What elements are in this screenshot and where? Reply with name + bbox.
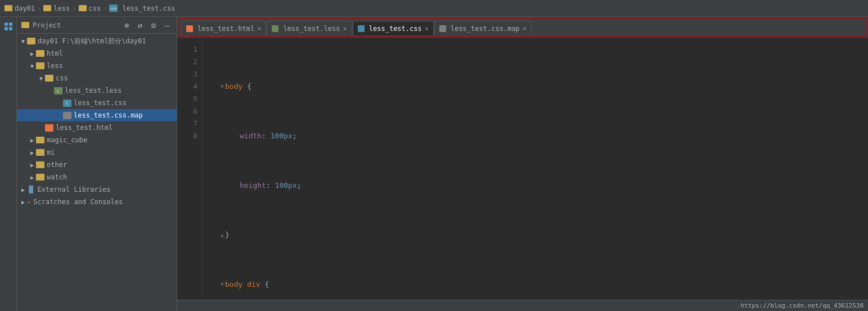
project-icon bbox=[21, 22, 29, 28]
code-punct-4: } bbox=[225, 229, 230, 241]
label-watch: watch bbox=[47, 173, 67, 181]
tab-icon-html bbox=[186, 25, 193, 32]
no-breakpoint-5 bbox=[212, 281, 218, 288]
label-scratches: Scratches and Consoles bbox=[33, 198, 123, 206]
breadcrumb-day01: day01 bbox=[15, 4, 35, 12]
tab-close-css[interactable]: × bbox=[425, 25, 429, 33]
main-layout: Project ⊕ ⇄ ⚙ — day01 F:\前端\html部分\day01… bbox=[0, 17, 868, 311]
breadcrumb: day01 › less › css › css less_test.css bbox=[5, 4, 175, 12]
editor-area: less_test.html × less_test.less × less_t… bbox=[177, 17, 868, 311]
tab-close-less[interactable]: × bbox=[343, 25, 347, 33]
svg-rect-1 bbox=[9, 22, 12, 26]
file-icon-css-small: css bbox=[109, 4, 118, 12]
code-punct-1: { bbox=[242, 80, 251, 93]
tree-item-less-test-css-map[interactable]: less_test.css.map bbox=[17, 109, 177, 121]
no-arrow bbox=[46, 87, 54, 94]
folder-less bbox=[36, 62, 44, 69]
tree-item-less-test-html[interactable]: less_test.html bbox=[17, 121, 177, 134]
tab-icon-less bbox=[272, 25, 278, 32]
no-arrow4 bbox=[37, 124, 45, 132]
tree-item-ext-libraries[interactable]: ▐▌ External Libraries bbox=[17, 183, 177, 196]
code-line-1: ▼ body { bbox=[212, 80, 859, 93]
tree-item-scratches[interactable]: ✏ Scratches and Consoles bbox=[17, 196, 177, 208]
folder-icon-less bbox=[43, 5, 51, 11]
tree-item-other[interactable]: other bbox=[17, 159, 177, 171]
bottom-bar: https://blog.csdn.net/qq_43612538 bbox=[177, 300, 868, 311]
code-val-100px: 100px bbox=[271, 132, 293, 140]
project-view-btn[interactable] bbox=[1, 19, 16, 34]
arrow-html bbox=[28, 49, 36, 57]
file-icon-map bbox=[63, 112, 71, 119]
no-breakpoint-2 bbox=[212, 133, 218, 139]
sidebar-tree: day01 F:\前端\html部分\day01 html less css bbox=[17, 34, 177, 311]
tree-item-less[interactable]: less bbox=[17, 60, 177, 72]
label-magic-cube: magic_cube bbox=[47, 136, 87, 144]
code-keyword-body-div: body div bbox=[225, 278, 260, 291]
tab-icon-css bbox=[358, 25, 365, 32]
tree-item-day01[interactable]: day01 F:\前端\html部分\day01 bbox=[17, 35, 177, 47]
code-prop-width: width bbox=[240, 132, 262, 140]
tab-label-html: less_test.html bbox=[197, 25, 254, 33]
code-line-2: width: 100px; bbox=[212, 130, 859, 142]
arrow-other bbox=[28, 161, 36, 169]
label-html: html bbox=[47, 49, 63, 57]
code-keyword-body: body bbox=[225, 80, 242, 93]
tree-item-css[interactable]: css bbox=[17, 72, 177, 84]
file-icon-html bbox=[45, 124, 53, 132]
arrow-less bbox=[28, 62, 36, 70]
sidebar-title: Project bbox=[33, 21, 118, 29]
code-punct-5: { bbox=[260, 278, 269, 291]
fold-5: ▼ bbox=[221, 278, 224, 291]
no-arrow3 bbox=[55, 111, 63, 119]
tree-item-magic-cube[interactable]: magic_cube bbox=[17, 134, 177, 146]
tab-less-test-css-map[interactable]: less_test.css.map × bbox=[434, 21, 532, 35]
code-val-height: 100px bbox=[275, 181, 297, 190]
breadcrumb-bar: day01 › less › css › css less_test.css bbox=[0, 0, 868, 17]
fold-4: ▲ bbox=[221, 229, 224, 241]
label-less-test-html: less_test.html bbox=[56, 124, 113, 132]
scratches-icon: ✏ bbox=[27, 198, 31, 206]
tree-item-less-test-css[interactable]: C less_test.css bbox=[17, 97, 177, 109]
label-other: other bbox=[47, 161, 67, 169]
tree-item-watch[interactable]: watch bbox=[17, 171, 177, 183]
ext-libraries-icon: ▐▌ bbox=[27, 186, 35, 193]
tab-less-test-html[interactable]: less_test.html × bbox=[181, 21, 266, 35]
tree-item-less-test-less[interactable]: L less_test.less bbox=[17, 84, 177, 97]
arrow-ext bbox=[19, 186, 27, 193]
left-toolbar bbox=[0, 17, 17, 311]
no-breakpoint-4 bbox=[212, 232, 218, 238]
settings-btn[interactable]: ⚙ bbox=[149, 20, 159, 30]
minimize-btn[interactable]: — bbox=[162, 20, 172, 30]
label-ext-libraries: External Libraries bbox=[37, 186, 110, 193]
folder-icon bbox=[5, 5, 12, 11]
breadcrumb-file: less_test.css bbox=[122, 4, 175, 12]
code-prop-height: height bbox=[240, 181, 266, 190]
tab-less-test-css[interactable]: less_test.css × bbox=[353, 21, 434, 35]
svg-rect-2 bbox=[5, 27, 8, 30]
tab-icon-map bbox=[439, 25, 446, 32]
folder-day01 bbox=[27, 38, 35, 44]
label-less-test-less: less_test.less bbox=[65, 87, 122, 94]
scroll-btn[interactable]: ⇄ bbox=[135, 20, 145, 30]
code-editor[interactable]: ▼ body { width: 100px; height: 100px; bbox=[203, 38, 868, 300]
svg-rect-0 bbox=[5, 22, 8, 26]
arrow-day01 bbox=[19, 37, 27, 45]
breadcrumb-less: less bbox=[53, 4, 70, 12]
add-btn[interactable]: ⊕ bbox=[122, 20, 132, 30]
tab-less-test-less[interactable]: less_test.less × bbox=[267, 21, 352, 35]
folder-watch bbox=[36, 174, 44, 181]
sidebar-icons: ⊕ ⇄ ⚙ — bbox=[122, 20, 172, 30]
code-line-5: ▼ body div { bbox=[212, 278, 859, 291]
folder-css bbox=[45, 75, 53, 82]
tab-close-html[interactable]: × bbox=[257, 25, 261, 33]
label-less-test-css: less_test.css bbox=[74, 99, 127, 107]
tree-item-html[interactable]: html bbox=[17, 47, 177, 60]
folder-magic-cube bbox=[36, 137, 44, 143]
line-numbers: 1 2 3 4 5 6 7 8 bbox=[177, 38, 203, 300]
label-day01: day01 F:\前端\html部分\day01 bbox=[38, 37, 146, 46]
tree-item-mi[interactable]: mi bbox=[17, 146, 177, 159]
label-mi: mi bbox=[47, 148, 55, 156]
arrow-scratches bbox=[19, 198, 27, 206]
breadcrumb-css: css bbox=[89, 4, 101, 12]
tab-close-map[interactable]: × bbox=[523, 25, 527, 33]
